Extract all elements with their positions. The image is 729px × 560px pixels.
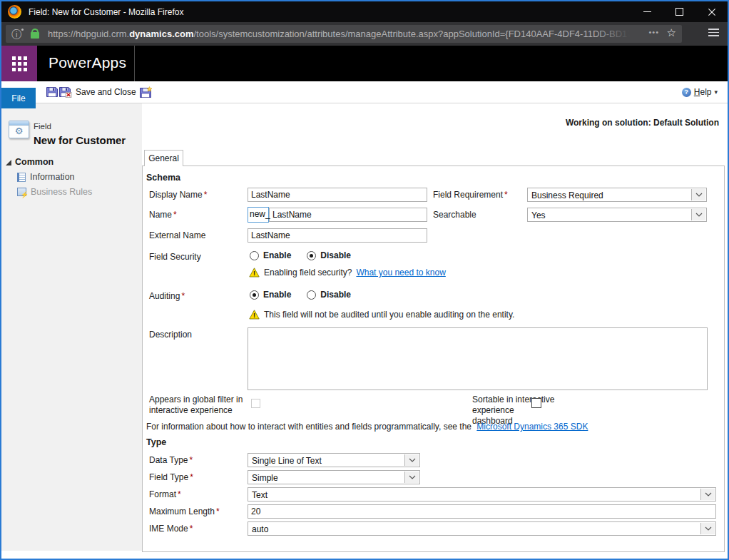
url-path: /tools/systemcustomization/attributes/ma… bbox=[194, 29, 633, 39]
auditing-enable-radio[interactable] bbox=[250, 290, 259, 300]
sidebar-item-label: Business Rules bbox=[31, 187, 92, 197]
searchable-label: Searchable bbox=[433, 210, 476, 220]
type-heading: Type bbox=[146, 437, 166, 447]
help-menu[interactable]: ? Help ▾ bbox=[682, 87, 728, 97]
name-prefix-box[interactable]: new_ bbox=[248, 207, 269, 223]
help-icon: ? bbox=[682, 88, 691, 97]
site-info-icon[interactable]: ⓘ bbox=[11, 29, 21, 39]
name-label: Name* bbox=[149, 210, 177, 220]
searchable-select[interactable]: Yes bbox=[527, 208, 707, 222]
sidebar: ⚙ Field New for Customer Common Informat… bbox=[1, 103, 142, 551]
tree-expander-icon[interactable] bbox=[6, 160, 11, 166]
warning-icon: ! bbox=[249, 268, 260, 278]
field-type-label: Field Type* bbox=[149, 472, 193, 482]
entity-type-label: Field bbox=[34, 122, 51, 131]
gear-icon: ⚙ bbox=[9, 126, 29, 137]
tree-group-common[interactable]: Common bbox=[15, 157, 53, 167]
maximize-icon[interactable] bbox=[663, 1, 695, 22]
address-bar: ⓘ https://hdpguid.crm.dynamics.com/tools… bbox=[1, 22, 728, 46]
app-brand: PowerApps bbox=[49, 54, 126, 71]
warning-icon: ! bbox=[249, 310, 260, 320]
field-type-select[interactable]: Simple bbox=[248, 470, 420, 484]
save-button[interactable] bbox=[46, 86, 58, 98]
url-host: https://hdpguid.crm. bbox=[48, 29, 129, 39]
field-security-warning: ! Enabling field security? What you need… bbox=[249, 268, 446, 278]
command-bar: Save and Close ? Help ▾ bbox=[1, 81, 728, 103]
external-name-input[interactable] bbox=[248, 228, 427, 243]
display-name-label: Display Name* bbox=[149, 190, 207, 200]
chevron-down-icon bbox=[691, 209, 705, 220]
auditing-radios: Enable Disable bbox=[250, 290, 367, 300]
auditing-disable-radio[interactable] bbox=[307, 290, 316, 300]
field-requirement-select[interactable]: Business Required bbox=[527, 188, 707, 202]
firefox-icon bbox=[8, 5, 21, 19]
title-bar: Field: New for Customer - Mozilla Firefo… bbox=[1, 1, 728, 22]
url-domain: dynamics.com bbox=[129, 29, 193, 39]
menu-icon[interactable] bbox=[708, 29, 719, 36]
sdk-info-line: For information about how to interact wi… bbox=[146, 422, 588, 432]
url-text: https://hdpguid.crm.dynamics.com/tools/s… bbox=[48, 29, 633, 39]
save-and-close-icon bbox=[58, 86, 72, 98]
sidebar-item-information[interactable]: Information bbox=[17, 172, 75, 182]
header-divider bbox=[134, 46, 135, 81]
ime-mode-select[interactable]: auto bbox=[248, 521, 716, 536]
file-tab[interactable]: File bbox=[1, 88, 36, 108]
page-content: ⚙ Field New for Customer Common Informat… bbox=[1, 103, 728, 559]
chevron-down-icon bbox=[700, 489, 715, 500]
field-security-disable-radio[interactable] bbox=[307, 251, 316, 260]
save-icon bbox=[46, 86, 58, 98]
information-icon bbox=[17, 173, 26, 182]
external-name-label: External Name bbox=[149, 230, 205, 240]
browser-window: Field: New for Customer - Mozilla Firefo… bbox=[0, 0, 729, 560]
sidebar-item-business-rules[interactable]: ⚡ Business Rules bbox=[17, 187, 92, 197]
field-security-label: Field Security bbox=[149, 252, 201, 262]
svg-text:!: ! bbox=[253, 312, 255, 319]
global-filter-label: Appears in global filter in interactive … bbox=[149, 394, 250, 416]
name-input[interactable] bbox=[269, 208, 427, 222]
waffle-icon[interactable] bbox=[1, 46, 37, 81]
auditing-warning-text: This field will not be audited until you… bbox=[264, 310, 514, 320]
svg-text:!: ! bbox=[253, 270, 255, 277]
window-title: Field: New for Customer - Mozilla Firefo… bbox=[29, 7, 183, 17]
auditing-warning: ! This field will not be audited until y… bbox=[249, 310, 514, 320]
save-and-close-button[interactable]: Save and Close bbox=[58, 86, 136, 98]
chevron-down-icon bbox=[404, 454, 419, 466]
page-actions-icon[interactable]: ••• bbox=[648, 28, 659, 36]
entity-name: New for Customer bbox=[34, 134, 126, 146]
format-label: Format* bbox=[149, 489, 181, 499]
data-type-select[interactable]: Single Line of Text bbox=[248, 453, 420, 467]
window-controls bbox=[631, 1, 728, 22]
close-icon[interactable] bbox=[695, 1, 728, 22]
help-label: Help bbox=[694, 87, 712, 97]
field-security-enable-radio[interactable] bbox=[250, 251, 259, 260]
bookmark-star-icon[interactable]: ☆ bbox=[667, 26, 676, 39]
url-input[interactable]: ⓘ https://hdpguid.crm.dynamics.com/tools… bbox=[6, 25, 682, 43]
dynamics-365-sdk-link[interactable]: Microsoft Dynamics 365 SDK bbox=[476, 422, 588, 432]
sidebar-item-label: Information bbox=[30, 172, 75, 182]
bolt-icon: ⚡ bbox=[21, 191, 29, 198]
chevron-down-icon: ▾ bbox=[714, 88, 718, 96]
maximum-length-input[interactable] bbox=[248, 504, 716, 519]
display-name-input[interactable] bbox=[248, 188, 427, 202]
tab-general[interactable]: General bbox=[144, 150, 183, 166]
description-label: Description bbox=[149, 330, 192, 340]
what-you-need-to-know-link[interactable]: What you need to know bbox=[356, 268, 445, 278]
data-type-label: Data Type* bbox=[149, 455, 193, 465]
field-security-radios: Enable Disable bbox=[250, 250, 367, 260]
auditing-label: Auditing* bbox=[149, 291, 185, 301]
chevron-down-icon bbox=[691, 189, 705, 200]
format-select[interactable]: Text bbox=[248, 487, 716, 502]
sortable-checkbox[interactable] bbox=[531, 398, 541, 408]
save-and-new-button[interactable] bbox=[139, 86, 153, 98]
field-requirement-label: Field Requirement* bbox=[433, 190, 508, 200]
field-entity-icon: ⚙ bbox=[9, 121, 29, 138]
maximum-length-label: Maximum Length* bbox=[149, 506, 220, 516]
url-fade bbox=[595, 25, 645, 43]
description-textarea[interactable] bbox=[248, 327, 708, 390]
business-rules-icon: ⚡ bbox=[17, 188, 26, 196]
minimize-icon[interactable] bbox=[631, 1, 663, 22]
save-and-new-icon bbox=[139, 86, 153, 98]
lock-icon bbox=[31, 32, 39, 39]
chevron-down-icon bbox=[404, 472, 419, 483]
global-filter-checkbox bbox=[251, 399, 260, 408]
